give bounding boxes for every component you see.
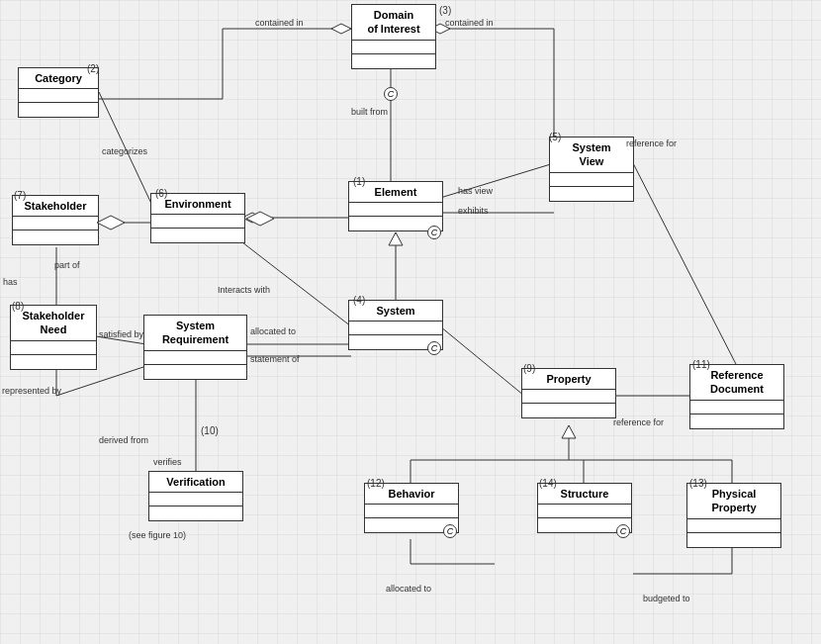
domain-of-interest-title: Domain of Interest	[352, 5, 435, 41]
pp-section2	[687, 533, 780, 547]
num-4: (4)	[353, 295, 365, 306]
domain-section2	[352, 54, 435, 68]
label-part-of: part of	[54, 260, 80, 270]
svg-line-23	[56, 366, 146, 396]
prop-section1	[522, 390, 615, 404]
partof-diamond	[96, 215, 126, 230]
sysreq-title: System Requirement	[144, 316, 246, 351]
num-9: (9)	[523, 363, 535, 374]
rd-section2	[690, 414, 783, 428]
label-contained-right: contained in	[445, 18, 494, 28]
label-ref-for-top: reference for	[626, 138, 677, 148]
sys-section1	[349, 322, 442, 335]
label-ref-for-bottom: reference for	[613, 417, 664, 427]
label-represented: represented by	[2, 386, 61, 396]
verification-title: Verification	[149, 472, 242, 493]
label-built-from: built from	[351, 107, 388, 117]
beh-section1	[365, 505, 458, 518]
system-self-ref: C	[427, 341, 441, 355]
label-allocated: allocated to	[250, 326, 296, 336]
environment-box: Environment	[150, 193, 245, 243]
num-13: (13)	[689, 478, 707, 489]
label-exhibits: exhibits	[458, 206, 489, 216]
ver-section1	[149, 493, 242, 506]
num-14: (14)	[539, 478, 557, 489]
stakeholder-need-box: Stakeholder Need	[10, 305, 97, 370]
st-section1	[13, 217, 98, 230]
physicalprop-box: Physical Property	[686, 483, 781, 548]
category-box: Category	[18, 67, 99, 118]
label-has-view: has view	[458, 186, 493, 196]
ver-section2	[149, 506, 242, 520]
num-1: (1)	[353, 176, 365, 187]
label-budgeted: budgeted to	[643, 594, 690, 603]
sv-section1	[550, 173, 633, 187]
svg-marker-40	[97, 216, 125, 230]
domain-section1	[352, 41, 435, 54]
svg-marker-34	[562, 425, 576, 438]
sn-section1	[11, 341, 96, 355]
property-title: Property	[522, 369, 615, 390]
label-verifies: verifies	[153, 457, 182, 467]
num-7: (7)	[14, 190, 26, 201]
env-section1	[151, 215, 244, 229]
domain-built-from: C	[384, 87, 398, 101]
svg-line-26	[440, 326, 524, 396]
cat-section1	[19, 89, 98, 103]
element-box: Element	[348, 181, 443, 231]
sr-section1	[144, 351, 246, 365]
category-title: Category	[19, 68, 98, 89]
verification-box: Verification	[148, 471, 243, 521]
num-5: (5)	[549, 132, 561, 142]
prop-section2	[522, 404, 615, 417]
label-allocated2: allocated to	[386, 584, 431, 594]
property-box: Property	[521, 368, 616, 418]
physicalprop-title: Physical Property	[687, 484, 780, 519]
svg-marker-3	[331, 24, 351, 34]
label-categorizes: categorizes	[102, 146, 147, 156]
sv-section2	[550, 187, 633, 201]
num-12: (12)	[367, 478, 385, 489]
label-see-fig: (see figure 10)	[129, 530, 186, 540]
pp-section1	[687, 519, 780, 533]
rd-section1	[690, 401, 783, 414]
refdoc-box: Reference Document	[689, 364, 784, 429]
sr-section2	[144, 365, 246, 379]
num-2: (2)	[87, 63, 99, 74]
label-satisfied: satisfied by	[99, 329, 143, 339]
num-8: (8)	[12, 301, 24, 312]
st-section2	[13, 230, 98, 244]
domain-of-interest-box: Domain of Interest	[351, 4, 436, 69]
label-statement: statement of	[250, 354, 300, 364]
num-10: (10)	[201, 425, 219, 436]
systemview-title: System View	[550, 138, 633, 173]
el-section1	[349, 203, 442, 217]
systemview-box: System View	[549, 137, 634, 202]
structure-self-ref: C	[616, 524, 630, 538]
svg-line-28	[633, 163, 737, 366]
label-has: has	[3, 277, 18, 287]
cat-section2	[19, 103, 98, 117]
element-self-ref: C	[427, 226, 441, 239]
label-derived: derived from	[99, 435, 148, 445]
svg-marker-17	[389, 232, 403, 245]
num-11: (11)	[692, 359, 710, 370]
num-3: (3)	[439, 5, 451, 16]
refdoc-title: Reference Document	[690, 365, 783, 401]
behavior-self-ref: C	[443, 524, 457, 538]
num-6: (6)	[155, 188, 167, 199]
svg-marker-39	[246, 212, 274, 226]
str-section1	[538, 505, 631, 518]
label-contained-left: contained in	[255, 18, 304, 28]
sysreq-box: System Requirement	[143, 315, 247, 380]
stakeholder-box: Stakeholder	[12, 195, 99, 245]
label-interacts: Interacts with	[218, 285, 270, 295]
sn-section2	[11, 355, 96, 369]
env-section2	[151, 229, 244, 242]
environment-diamond	[245, 211, 275, 227]
